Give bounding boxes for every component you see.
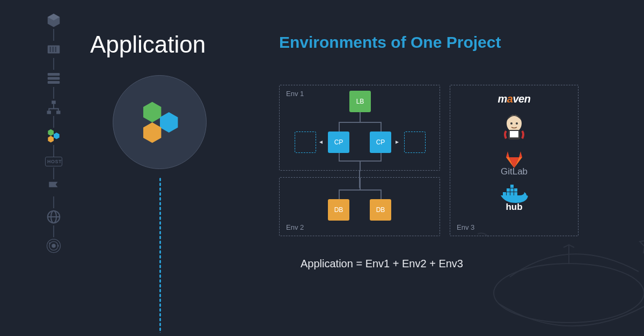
nav-connector <box>53 167 54 179</box>
svg-rect-38 <box>507 192 510 195</box>
svg-rect-43 <box>514 188 517 192</box>
connector-line <box>380 153 382 160</box>
arrow-left-icon: ◂ <box>319 138 323 145</box>
arrow-right-icon: ▸ <box>396 138 399 145</box>
connector-line <box>339 189 382 191</box>
gitlab-label: GitLab <box>501 166 528 177</box>
application-title: Application <box>90 31 206 58</box>
svg-marker-13 <box>54 133 60 139</box>
connector-line <box>339 122 340 132</box>
svg-rect-5 <box>55 47 57 52</box>
svg-rect-40 <box>514 192 517 195</box>
svg-rect-3 <box>50 47 52 52</box>
topology-icon <box>45 99 62 116</box>
background-doodle <box>462 213 644 336</box>
cube-icon <box>45 12 62 29</box>
nav-connector <box>53 58 54 70</box>
svg-rect-11 <box>56 111 61 114</box>
orbit-icon <box>45 237 62 254</box>
cp-node: CP <box>370 132 391 153</box>
svg-rect-6 <box>48 73 60 76</box>
svg-marker-12 <box>48 129 54 136</box>
connector-line <box>380 189 382 199</box>
svg-marker-23 <box>143 101 160 122</box>
dockerhub-label: hub <box>506 202 522 213</box>
nav-connector <box>53 116 54 128</box>
env2-box: Env 2 DB DB <box>279 177 440 236</box>
application-hero-icon <box>113 75 207 169</box>
container-icon <box>45 41 62 58</box>
dockerhub-logo: hub <box>500 185 529 213</box>
svg-rect-4 <box>53 47 54 52</box>
svg-marker-24 <box>160 112 178 132</box>
environments-title: Environments of One Project <box>279 33 501 52</box>
lb-node: LB <box>349 91 371 112</box>
svg-rect-10 <box>47 111 52 114</box>
cp-node: CP <box>328 132 349 153</box>
connector-line <box>339 153 340 160</box>
svg-rect-44 <box>510 185 514 188</box>
globe-icon <box>45 208 62 225</box>
nav-connector <box>53 29 54 41</box>
vertical-dots <box>159 177 161 333</box>
svg-rect-28 <box>510 131 518 137</box>
db-node: DB <box>328 199 349 221</box>
svg-point-22 <box>49 243 50 244</box>
sidebar-nav: HOST <box>43 12 64 254</box>
gitlab-logo: GitLab <box>501 150 528 177</box>
svg-rect-37 <box>503 192 506 195</box>
connector-line <box>380 122 382 132</box>
svg-marker-35 <box>519 151 522 157</box>
env1-box: Env 1 LB CP CP ◂ ▸ <box>279 85 440 171</box>
flag-icon <box>45 179 62 196</box>
connector-line <box>339 122 382 123</box>
env2-label: Env 2 <box>286 223 304 231</box>
svg-point-21 <box>57 245 59 247</box>
ghost-node <box>404 132 426 153</box>
svg-point-18 <box>52 244 56 248</box>
nav-connector <box>53 225 54 237</box>
host-icon: HOST <box>45 157 62 166</box>
nav-connector <box>53 196 54 208</box>
svg-point-29 <box>510 122 513 125</box>
db-node: DB <box>370 199 391 221</box>
svg-rect-42 <box>510 188 514 192</box>
svg-rect-39 <box>510 192 514 195</box>
svg-rect-9 <box>52 101 56 104</box>
svg-rect-8 <box>48 81 60 84</box>
maven-logo: maven <box>498 93 531 105</box>
nav-connector <box>53 87 54 99</box>
nav-connector <box>53 145 54 157</box>
stack-icon <box>45 70 62 87</box>
connector-line <box>339 189 340 199</box>
jenkins-logo <box>502 113 526 143</box>
svg-rect-41 <box>507 188 510 192</box>
env1-label: Env 1 <box>286 90 304 98</box>
svg-rect-7 <box>48 77 60 80</box>
hex-cluster-icon <box>45 128 62 145</box>
ghost-node <box>295 132 316 153</box>
svg-point-30 <box>516 122 518 125</box>
formula-text: Application = Env1 + Env2 + Env3 <box>301 258 463 270</box>
svg-marker-25 <box>143 122 160 143</box>
connector-line <box>360 112 361 122</box>
connector-line <box>360 178 361 189</box>
svg-marker-14 <box>48 136 54 142</box>
connector-line <box>360 160 361 171</box>
